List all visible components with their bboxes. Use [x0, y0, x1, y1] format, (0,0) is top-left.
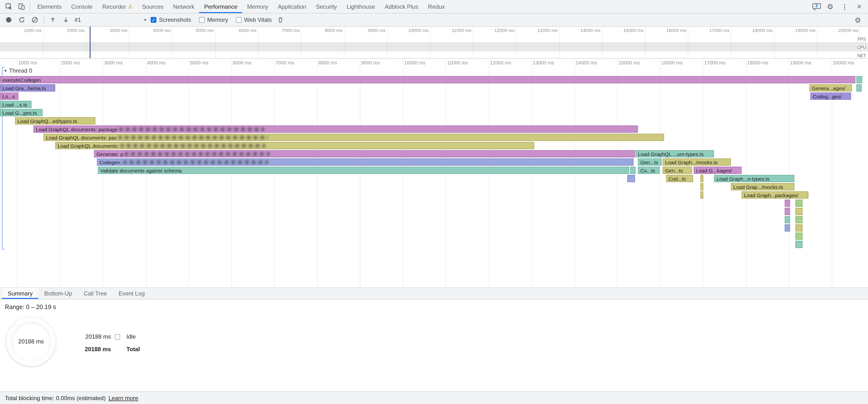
history-dropdown[interactable]: #1 ▾: [74, 17, 146, 23]
flame-event-block[interactable]: [701, 175, 703, 182]
inspect-element-icon[interactable]: [3, 1, 14, 12]
tab-redux[interactable]: Redux: [423, 0, 450, 13]
toolbar-checkboxes: ✓ScreenshotsMemoryWeb Vitals: [151, 17, 272, 23]
flame-event-block[interactable]: [785, 199, 790, 207]
tab-label: Console: [71, 3, 93, 10]
save-profile-button[interactable]: [62, 15, 70, 24]
screenshots-checkbox[interactable]: ✓Screenshots: [151, 17, 191, 23]
flame-event-block[interactable]: [785, 208, 790, 215]
flame-event-block[interactable]: [857, 84, 862, 92]
flame-event-block[interactable]: [701, 191, 703, 198]
flame-event[interactable]: Load Grap.../mocks.ts: [731, 183, 795, 190]
overview-ruler-label: 14000 ms: [567, 28, 600, 33]
record-button[interactable]: [4, 15, 13, 24]
redacted-text: [119, 127, 265, 131]
tab-application[interactable]: Application: [273, 0, 311, 13]
tab-elements[interactable]: Elements: [32, 0, 66, 13]
flame-event[interactable]: Codegen:: [97, 158, 633, 166]
flame-event[interactable]: Load ...s.ts: [0, 101, 31, 108]
flame-event-block[interactable]: [857, 76, 862, 83]
detail-tab-label: Summary: [8, 290, 33, 297]
flame-event-block[interactable]: [785, 224, 790, 231]
flame-event[interactable]: Lo...s: [0, 93, 19, 100]
flame-event[interactable]: Load Graph...packages/: [742, 191, 808, 198]
flame-ruler-label: 2000 ms: [61, 60, 80, 65]
flame-event-block[interactable]: [701, 183, 703, 190]
detail-tab-call-tree[interactable]: Call Tree: [78, 288, 113, 299]
overview-ruler-label: 3000 ms: [94, 28, 128, 33]
flame-event-block[interactable]: [630, 167, 636, 174]
flame-event[interactable]: Load GraphQ...ed/types.ts: [15, 117, 95, 124]
flame-event[interactable]: Genera...ages/: [809, 84, 852, 92]
flame-event-block[interactable]: [785, 216, 790, 223]
flame-event[interactable]: executeCodegen: [0, 76, 856, 83]
overview-cpu-band: [0, 42, 868, 51]
device-toolbar-icon[interactable]: [16, 1, 27, 12]
tab-recorder[interactable]: Recorder⚠: [97, 0, 137, 13]
flame-ruler-label: 12000 ms: [490, 60, 511, 65]
flame-event[interactable]: Load Graph...n-types.ts: [714, 175, 795, 182]
thread-track-header[interactable]: ▾ Thread 0: [4, 67, 32, 74]
legend-value: 20188 ms: [81, 346, 111, 353]
issues-counter-icon[interactable]: 3: [812, 3, 822, 10]
legend-value: 20188 ms: [81, 333, 111, 340]
more-options-icon[interactable]: ⋮: [839, 1, 850, 12]
flame-ruler-label: 13000 ms: [533, 60, 554, 65]
flame-event-block[interactable]: [795, 216, 803, 223]
flame-event-block[interactable]: [627, 175, 635, 182]
close-devtools-icon[interactable]: ×: [854, 1, 865, 12]
flame-event[interactable]: Generate: p: [94, 150, 635, 157]
tab-memory[interactable]: Memory: [242, 0, 273, 13]
donut-center-label: 20188 ms: [6, 317, 56, 366]
tab-performance[interactable]: Performance: [199, 0, 242, 13]
flame-event-block[interactable]: [795, 224, 803, 231]
flame-ruler-label: 3000 ms: [104, 60, 123, 65]
tab-network[interactable]: Network: [168, 0, 199, 13]
flame-event[interactable]: Load GraphQL ...urn-types.ts: [636, 150, 714, 157]
overview-gridline: [86, 27, 87, 58]
flame-event[interactable]: Load G...kages/: [693, 167, 742, 174]
flame-event-block[interactable]: [795, 208, 803, 215]
clear-button[interactable]: [31, 15, 39, 24]
tab-adblock-plus[interactable]: Adblock Plus: [380, 0, 423, 13]
flame-event[interactable]: Load GraphQL documents:: [55, 142, 534, 149]
flame-event-block[interactable]: [795, 241, 803, 248]
timeline-overview[interactable]: 1000 ms2000 ms3000 ms4000 ms5000 ms6000 …: [0, 27, 868, 59]
delete-recording-button[interactable]: [276, 15, 285, 24]
detail-tab-bottom-up[interactable]: Bottom-Up: [38, 288, 78, 299]
flame-event-block[interactable]: [795, 199, 803, 207]
overview-gridline: [387, 27, 388, 58]
detail-tab-summary[interactable]: Summary: [2, 288, 38, 299]
web-vitals-checkbox[interactable]: Web Vitals: [236, 17, 272, 23]
flame-event[interactable]: Co...ts: [638, 167, 660, 174]
flame-event[interactable]: Load GraphQL documents: package: [33, 125, 638, 133]
flame-event[interactable]: Load Gra...hema.ts: [0, 84, 55, 92]
learn-more-link[interactable]: Learn more: [108, 395, 138, 401]
flame-event[interactable]: Load Graph.../mocks.ts: [662, 158, 731, 166]
tab-label: Elements: [37, 3, 62, 10]
tab-sources[interactable]: Sources: [137, 0, 168, 13]
tab-security[interactable]: Security: [311, 0, 342, 13]
flame-event[interactable]: Load GraphQL documents: pac: [43, 134, 664, 141]
capture-settings-gear-icon[interactable]: ⚙: [852, 14, 864, 26]
toolbar-separator: [43, 17, 44, 23]
flame-event[interactable]: Codeg...ges/: [810, 93, 851, 100]
flame-chart-area[interactable]: 1000 ms2000 ms3000 ms4000 ms5000 ms6000 …: [0, 59, 868, 287]
reload-and-record-button[interactable]: [18, 15, 26, 24]
flame-event-block[interactable]: [795, 232, 803, 240]
flame-ruler-label: 5000 ms: [190, 60, 209, 65]
memory-checkbox[interactable]: Memory: [199, 17, 228, 23]
flame-event[interactable]: Gen...ts: [638, 158, 662, 166]
flame-event[interactable]: Load G...pes.ts: [0, 109, 42, 116]
settings-gear-icon[interactable]: ⚙: [825, 1, 836, 12]
tab-lighthouse[interactable]: Lighthouse: [342, 0, 380, 13]
flame-event[interactable]: Cod...ts: [666, 175, 693, 182]
flame-event[interactable]: Gen...ts: [662, 167, 692, 174]
flame-gridline: [60, 59, 60, 287]
tab-console[interactable]: Console: [66, 0, 97, 13]
detail-tab-event-log[interactable]: Event Log: [113, 288, 150, 299]
flame-event-label: executeCodegen: [2, 77, 41, 83]
flame-event-label: Gen...ts: [640, 159, 658, 165]
load-profile-button[interactable]: [49, 15, 57, 24]
flame-event[interactable]: Validate documents against schema: [98, 167, 629, 174]
